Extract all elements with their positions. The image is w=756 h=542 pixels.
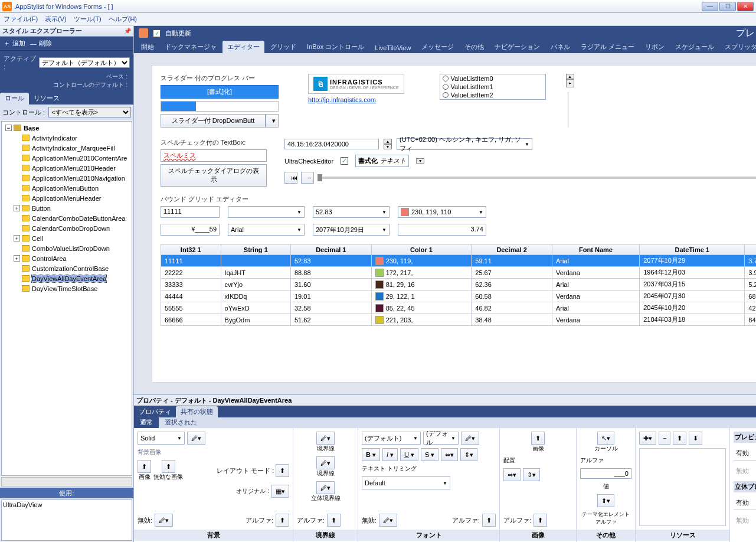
format-button[interactable]: [書式]化] xyxy=(161,85,279,99)
table-row[interactable]: 22222IqaJHT88.88172, 217,25.67Verdana196… xyxy=(161,267,757,279)
canvas-tab[interactable]: LiveTileView xyxy=(370,43,415,53)
bound-font[interactable]: Arial▼ xyxy=(228,224,305,236)
italic-button[interactable]: I▾ xyxy=(382,448,398,461)
table-row[interactable]: 66666BygOdm51.62221, 203,38.48Verdana210… xyxy=(161,314,757,326)
tree-item[interactable]: DayViewTimeSlotBase xyxy=(3,283,130,293)
tree-item[interactable]: +Cell xyxy=(3,233,130,243)
spell-dialog-button[interactable]: スペルチェックダイアログの表示 xyxy=(161,164,267,187)
minus-button[interactable]: − xyxy=(301,172,314,184)
bold-button[interactable]: B▾ xyxy=(362,448,380,461)
tree-item[interactable]: ApplicationMenuButton xyxy=(3,183,130,193)
role-tree[interactable]: −Base ActivityIndicatorActivityIndicator… xyxy=(1,121,132,476)
slider-dropdown-button[interactable]: スライダー付 DropDownButt xyxy=(161,114,266,128)
active-select[interactable]: デフォルト（デフォルト） xyxy=(39,57,130,68)
add-button[interactable]: ＋ 追加 xyxy=(4,39,25,48)
vertical-trackbar[interactable] xyxy=(568,92,572,128)
invalid-img-button[interactable]: ⬆ xyxy=(162,460,175,473)
control-filter-select[interactable]: <すべてを表示> xyxy=(48,107,131,117)
bound-int[interactable]: 11111 xyxy=(161,206,220,218)
logo-image: ⎘ INFRAGISTICSDESIGN / DEVELOP / EXPERIE… xyxy=(308,74,404,94)
check-editor[interactable]: ✓ xyxy=(341,157,348,165)
tab-role[interactable]: ロール xyxy=(0,93,29,105)
table-row[interactable]: 44444xIKDDq19.0129, 122, 160.58Verdana20… xyxy=(161,290,757,302)
menu-tools[interactable]: ツール(T) xyxy=(74,15,102,24)
timespan-editor[interactable]: 48.15:16:23.0420000 xyxy=(284,139,379,149)
menu-file[interactable]: ファイル(F) xyxy=(4,15,38,24)
formatted-text-editor[interactable]: 書式化テキスト xyxy=(355,155,409,167)
bound-double[interactable]: 3.74 xyxy=(398,224,486,236)
canvas-tab[interactable]: ラジアル メニュー xyxy=(576,41,639,53)
auto-update-checkbox[interactable]: ✓ xyxy=(153,30,161,37)
pin-icon[interactable]: 📌 xyxy=(124,28,131,34)
infragistics-link[interactable]: http://jp.infragistics.com xyxy=(308,96,404,103)
canvas-tab[interactable]: ナビゲーション xyxy=(490,41,545,53)
subtab-normal[interactable]: 通常 xyxy=(134,417,159,428)
canvas-tab[interactable]: 開始 xyxy=(136,41,159,53)
usedby-value: UltraDayView xyxy=(3,501,42,508)
data-grid[interactable]: Int32 1String 1Decimal 1Color 1Decimal 2… xyxy=(161,244,756,326)
explorer-header: スタイル エクスプローラー 📌 xyxy=(0,26,133,37)
canvas-tab[interactable]: スケジュール xyxy=(670,41,719,53)
remove-button[interactable]: — 削除 xyxy=(30,39,52,48)
value-list[interactable]: ValueListItem0 ValueListItem1 ValueListI… xyxy=(440,74,546,100)
tree-item[interactable]: CalendarComboDateButtonArea xyxy=(3,213,130,223)
bound-currency[interactable]: ¥____59 xyxy=(161,224,220,236)
canvas-tab[interactable]: スプリッター xyxy=(720,41,756,53)
spell-textbox[interactable]: スペルミス xyxy=(161,149,267,162)
canvas-tab[interactable]: グリッド xyxy=(266,41,301,53)
canvas-tab[interactable]: InBox コントロール xyxy=(302,41,369,53)
h-trackbar[interactable] xyxy=(318,177,756,179)
canvas-tab[interactable]: その他 xyxy=(460,41,489,53)
underline-button[interactable]: U▾ xyxy=(400,448,418,461)
tree-item[interactable]: ActivityIndicator_MarqueeFill xyxy=(3,143,130,153)
first-button[interactable]: ⏮ xyxy=(284,172,297,184)
tree-item[interactable]: ApplicationMenu2010Navigation xyxy=(3,173,130,183)
bound-string[interactable]: ▼ xyxy=(228,206,305,218)
menu-help[interactable]: ヘルプ(H) xyxy=(109,15,137,24)
img-button[interactable]: ⬆ xyxy=(138,460,151,473)
tree-item[interactable]: +Button xyxy=(3,203,130,213)
resource-list[interactable] xyxy=(639,448,726,526)
menu-view[interactable]: 表示(V) xyxy=(45,15,67,24)
timezone-select[interactable]: (UTC+02:00) ヘルシンキ, キエフ, リガ, ソフィ▼ xyxy=(397,138,532,150)
tree-item[interactable]: CalendarComboDropDown xyxy=(3,223,130,233)
table-row[interactable]: 55555oYwExD32.5885, 22, 4546.82Arial2045… xyxy=(161,302,757,314)
tree-item[interactable]: ApplicationMenuHeader xyxy=(3,193,130,203)
spin-up[interactable]: ▲ xyxy=(566,74,574,79)
bg-color-picker[interactable]: 🖉▾ xyxy=(187,432,205,445)
tree-item[interactable]: ApplicationMenu2010Header xyxy=(3,163,130,173)
minimize-button[interactable]: — xyxy=(702,2,718,11)
tree-item[interactable]: CustomizationControlBase xyxy=(3,263,130,273)
bound-color[interactable]: 230, 119, 110▼ xyxy=(398,206,486,218)
tab-shared-state[interactable]: 共有の状態 xyxy=(176,406,218,417)
tree-base[interactable]: −Base xyxy=(3,123,130,133)
canvas-tab[interactable]: ドックマネージャ xyxy=(160,41,221,53)
bound-date[interactable]: 2077年10月29日▼ xyxy=(313,224,390,236)
tree-item[interactable]: ApplicationMenu2010ContentAre xyxy=(3,153,130,163)
dropdown-arrow-button[interactable]: ▾ xyxy=(266,114,279,128)
tree-h-scrollbar[interactable] xyxy=(1,477,132,487)
table-row[interactable]: 33333cvrYjo31.6081, 29, 1662.36Arial2037… xyxy=(161,279,757,290)
bound-decimal[interactable]: 52.83▼ xyxy=(313,206,390,218)
canvas-tab[interactable]: リボン xyxy=(640,41,669,53)
table-row[interactable]: 1111152.83230, 119,59.11Arial2077年10月293… xyxy=(161,255,757,267)
tree-item[interactable]: +ControlArea xyxy=(3,253,130,263)
tree-item[interactable]: DayViewAllDayEventArea xyxy=(3,273,130,283)
role-resource-tabs: ロール リソース xyxy=(0,93,133,105)
canvas-tab[interactable]: エディター xyxy=(222,41,264,53)
spin-plus[interactable]: + xyxy=(566,79,574,87)
canvas-tab[interactable]: メッセージ xyxy=(417,41,459,53)
close-button[interactable]: ✕ xyxy=(737,2,754,11)
tree-item[interactable]: ActivityIndicator xyxy=(3,133,130,143)
cursor-button[interactable]: ↖▾ xyxy=(597,432,614,445)
strike-button[interactable]: S▾ xyxy=(421,448,438,461)
slider-label: スライダー 付のプログレス バー xyxy=(161,74,279,83)
tab-property[interactable]: プロパティ xyxy=(134,406,176,417)
preview-surface: スライダー 付のプログレス バー [書式]化] スライダー付 DropDownB… xyxy=(152,65,756,383)
canvas-tab[interactable]: パネル xyxy=(546,41,575,53)
tree-item[interactable]: ComboValueListDropDown xyxy=(3,243,130,253)
tab-resource[interactable]: リソース xyxy=(29,93,64,105)
reload-icon[interactable] xyxy=(139,28,148,38)
subtab-selected[interactable]: 選択された xyxy=(159,417,203,428)
maximize-button[interactable]: ☐ xyxy=(719,2,736,11)
